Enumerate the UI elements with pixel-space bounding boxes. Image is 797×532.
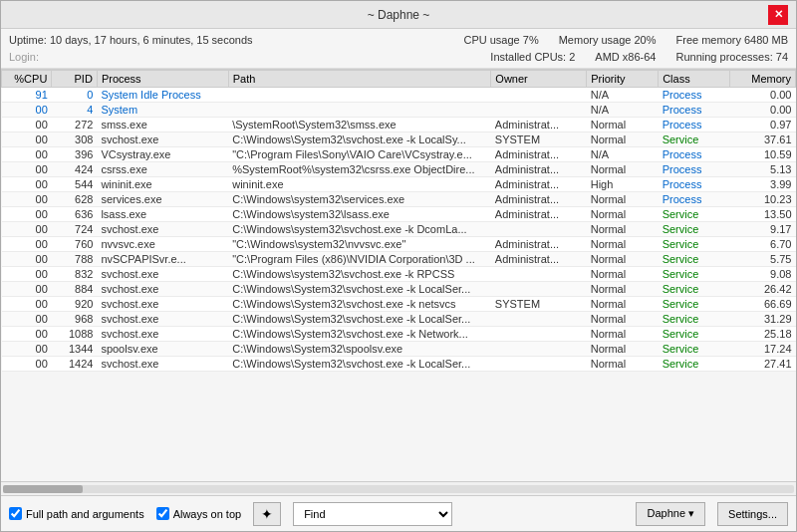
cell-path: C:\Windows\system32\svchost.exe -k RPCSS: [228, 267, 491, 282]
cell-pid: 1344: [52, 342, 98, 357]
col-header-owner[interactable]: Owner: [491, 71, 587, 88]
table-row[interactable]: 00 968 svchost.exe C:\Windows\System32\s…: [2, 312, 796, 327]
cell-class: Service: [659, 342, 730, 357]
full-path-checkbox[interactable]: [9, 507, 22, 520]
cell-path: "C:\Windows\system32\nvvsvc.exe": [228, 237, 491, 252]
cell-pid: 4: [52, 103, 98, 118]
col-header-path[interactable]: Path: [228, 71, 491, 88]
cell-cpu: 00: [2, 103, 52, 118]
cell-priority: Normal: [587, 267, 659, 282]
col-header-pid[interactable]: PID: [52, 71, 98, 88]
cell-cpu: 00: [2, 342, 52, 357]
col-header-memory[interactable]: Memory: [730, 71, 796, 88]
cell-class: Service: [659, 282, 730, 297]
table-row[interactable]: 00 396 VCsystray.exe "C:\Program Files\S…: [2, 147, 796, 162]
cell-cpu: 00: [2, 192, 52, 207]
table-row[interactable]: 00 788 nvSCPAPISvr.e... "C:\Program File…: [2, 252, 796, 267]
always-on-top-checkbox-label[interactable]: Always on top: [156, 507, 241, 520]
cell-class: Process: [659, 177, 730, 192]
cell-pid: 968: [52, 312, 98, 327]
cell-priority: N/A: [587, 147, 659, 162]
bottom-bar: Full path and arguments Always on top ✦ …: [1, 495, 796, 531]
running-processes-info: Running processes: 74: [675, 49, 788, 66]
cell-owner: SYSTEM: [491, 133, 587, 147]
cell-memory: 0.00: [730, 88, 796, 103]
cell-pid: 636: [52, 207, 98, 222]
table-row[interactable]: 00 272 smss.exe \SystemRoot\System32\sms…: [2, 118, 796, 133]
cell-class: Process: [659, 88, 730, 103]
process-table: %CPU PID Process Path Owner Priority Cla…: [1, 70, 796, 372]
find-icon-button[interactable]: ✦: [253, 502, 281, 526]
cell-priority: Normal: [587, 327, 659, 342]
cell-priority: High: [587, 177, 659, 192]
cell-priority: Normal: [587, 118, 659, 133]
cell-process: System Idle Process: [97, 88, 228, 103]
memory-usage-info: Memory usage 20%: [559, 32, 657, 49]
cell-class: Service: [659, 357, 730, 372]
table-row[interactable]: 00 424 csrss.exe %SystemRoot%\system32\c…: [2, 162, 796, 177]
table-row[interactable]: 00 308 svchost.exe C:\Windows\System32\s…: [2, 133, 796, 147]
cell-pid: 0: [52, 88, 98, 103]
col-header-process[interactable]: Process: [97, 71, 228, 88]
table-row[interactable]: 00 628 services.exe C:\Windows\system32\…: [2, 192, 796, 207]
cell-owner: [491, 103, 587, 118]
table-row[interactable]: 00 4 System N/A Process 0.00: [2, 103, 796, 118]
table-row[interactable]: 00 544 wininit.exe wininit.exe Administr…: [2, 177, 796, 192]
col-header-priority[interactable]: Priority: [587, 71, 659, 88]
cell-memory: 10.59: [730, 147, 796, 162]
full-path-checkbox-label[interactable]: Full path and arguments: [9, 507, 144, 520]
daphne-button[interactable]: Daphne ▾: [636, 502, 705, 526]
table-row[interactable]: 00 920 svchost.exe C:\Windows\System32\s…: [2, 297, 796, 312]
horizontal-scrollbar[interactable]: [1, 481, 796, 495]
cell-path: C:\Windows\System32\svchost.exe -k Local…: [228, 282, 491, 297]
cell-pid: 544: [52, 177, 98, 192]
cell-owner: [491, 282, 587, 297]
cell-process: svchost.exe: [97, 222, 228, 237]
cell-priority: N/A: [587, 103, 659, 118]
cell-owner: [491, 342, 587, 357]
cell-owner: Administrat...: [491, 192, 587, 207]
col-header-class[interactable]: Class: [659, 71, 730, 88]
table-row[interactable]: 00 884 svchost.exe C:\Windows\System32\s…: [2, 282, 796, 297]
col-header-cpu[interactable]: %CPU: [2, 71, 52, 88]
cell-memory: 27.41: [730, 357, 796, 372]
cell-priority: Normal: [587, 312, 659, 327]
cell-cpu: 00: [2, 118, 52, 133]
cell-path: C:\Windows\System32\svchost.exe -k Local…: [228, 133, 491, 147]
table-row[interactable]: 00 636 lsass.exe C:\Windows\system32\lsa…: [2, 207, 796, 222]
table-row[interactable]: 00 832 svchost.exe C:\Windows\system32\s…: [2, 267, 796, 282]
cell-process: lsass.exe: [97, 207, 228, 222]
arch-info: AMD x86-64: [595, 49, 656, 66]
cell-owner: Administrat...: [491, 177, 587, 192]
find-dropdown[interactable]: Find: [293, 502, 452, 526]
cell-priority: Normal: [587, 297, 659, 312]
cell-process: smss.exe: [97, 118, 228, 133]
cell-process: nvvsvc.exe: [97, 237, 228, 252]
table-scroll-area[interactable]: %CPU PID Process Path Owner Priority Cla…: [1, 70, 796, 481]
cell-process: svchost.exe: [97, 312, 228, 327]
table-row[interactable]: 00 1088 svchost.exe C:\Windows\System32\…: [2, 327, 796, 342]
process-table-container: %CPU PID Process Path Owner Priority Cla…: [1, 69, 796, 495]
table-row[interactable]: 00 1424 svchost.exe C:\Windows\System32\…: [2, 357, 796, 372]
cell-memory: 66.69: [730, 297, 796, 312]
cell-process: svchost.exe: [97, 133, 228, 147]
table-row[interactable]: 00 1344 spoolsv.exe C:\Windows\System32\…: [2, 342, 796, 357]
cell-path: C:\Windows\system32\lsass.exe: [228, 207, 491, 222]
table-row[interactable]: 00 760 nvvsvc.exe "C:\Windows\system32\n…: [2, 237, 796, 252]
always-on-top-checkbox[interactable]: [156, 507, 169, 520]
cell-path: "C:\Program Files (x86)\NVIDIA Corporati…: [228, 252, 491, 267]
cell-process: svchost.exe: [97, 267, 228, 282]
cell-owner: [491, 327, 587, 342]
cell-path: C:\Windows\system32\services.exe: [228, 192, 491, 207]
cell-process: VCsystray.exe: [97, 147, 228, 162]
table-row[interactable]: 00 724 svchost.exe C:\Windows\system32\s…: [2, 222, 796, 237]
table-row[interactable]: 91 0 System Idle Process N/A Process 0.0…: [2, 88, 796, 103]
settings-button[interactable]: Settings...: [717, 502, 788, 526]
cell-path: "C:\Program Files\Sony\VAIO Care\VCsystr…: [228, 147, 491, 162]
login-info: Login:: [9, 49, 470, 66]
cell-path: C:\Windows\System32\svchost.exe -k Local…: [228, 357, 491, 372]
cell-cpu: 00: [2, 312, 52, 327]
close-button[interactable]: ✕: [768, 5, 788, 25]
cell-cpu: 00: [2, 357, 52, 372]
cell-priority: Normal: [587, 192, 659, 207]
